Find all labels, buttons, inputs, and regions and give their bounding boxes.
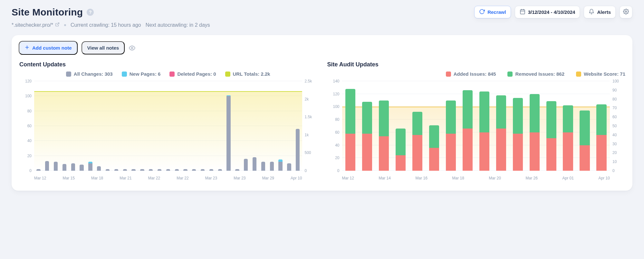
site-audit-title: Site Audit Updates <box>327 61 625 68</box>
refresh-icon <box>479 9 485 15</box>
recrawl-label: Recrawl <box>487 9 506 15</box>
date-range-button[interactable]: 3/12/2024 - 4/10/2024 <box>515 6 580 18</box>
bell-icon <box>589 9 594 15</box>
add-note-label: Add custom note <box>32 45 72 51</box>
svg-point-8 <box>131 47 133 49</box>
eye-icon[interactable] <box>129 44 136 52</box>
external-link-icon <box>55 22 60 28</box>
alerts-label: Alerts <box>597 9 611 15</box>
current-crawl-text: Current crawling: 15 hours ago <box>71 22 141 28</box>
date-range-label: 3/12/2024 - 4/10/2024 <box>528 9 575 15</box>
gear-icon <box>623 9 629 15</box>
svg-rect-0 <box>520 10 525 14</box>
separator-dot <box>64 24 66 26</box>
content-legend: All Changes: 303 New Pages: 6 Deleted Pa… <box>19 71 318 77</box>
alerts-button[interactable]: Alerts <box>584 6 616 18</box>
plus-icon <box>24 45 30 51</box>
svg-line-5 <box>57 23 59 25</box>
view-notes-label: View all notes <box>87 45 119 51</box>
site-audit-chart: 020406080100120140 010203040506070809010… <box>327 79 626 182</box>
calendar-icon <box>520 9 525 15</box>
page-title: Site Monitoring <box>12 7 83 18</box>
legend-removed-issues[interactable]: Removed Issues: 862 <box>507 71 564 77</box>
recrawl-button[interactable]: Recrawl <box>474 6 511 18</box>
view-notes-button[interactable]: View all notes <box>82 41 125 54</box>
content-updates-title: Content Updates <box>19 61 317 68</box>
legend-deleted-pages[interactable]: Deleted Pages: 0 <box>169 71 216 77</box>
next-crawl-text: Next autocrawling: in 2 days <box>146 22 210 28</box>
site-audit-section: Site Audit Updates Added Issues: 845 Rem… <box>327 59 626 182</box>
domain-link[interactable]: *.sitechecker.pro/* <box>12 22 60 28</box>
legend-url-totals[interactable]: URL Totals: 2.2k <box>225 71 270 77</box>
legend-added-issues[interactable]: Added Issues: 845 <box>446 71 496 77</box>
legend-website-score[interactable]: Website Score: 71 <box>576 71 625 77</box>
audit-legend: Added Issues: 845 Removed Issues: 862 We… <box>327 71 626 77</box>
legend-all-changes[interactable]: All Changes: 303 <box>66 71 113 77</box>
domain-text: *.sitechecker.pro/* <box>12 22 53 28</box>
content-updates-chart: 020406080100120 05001k1.5k2k2.5k Mar 12M… <box>19 79 318 182</box>
settings-button[interactable] <box>620 6 632 18</box>
help-icon[interactable]: ? <box>87 9 94 16</box>
add-note-button[interactable]: Add custom note <box>19 41 78 55</box>
content-updates-section: Content Updates All Changes: 303 New Pag… <box>19 59 318 182</box>
monitoring-panel: Add custom note View all notes Content U… <box>12 35 632 191</box>
svg-point-4 <box>625 11 627 13</box>
legend-new-pages[interactable]: New Pages: 6 <box>122 71 161 77</box>
